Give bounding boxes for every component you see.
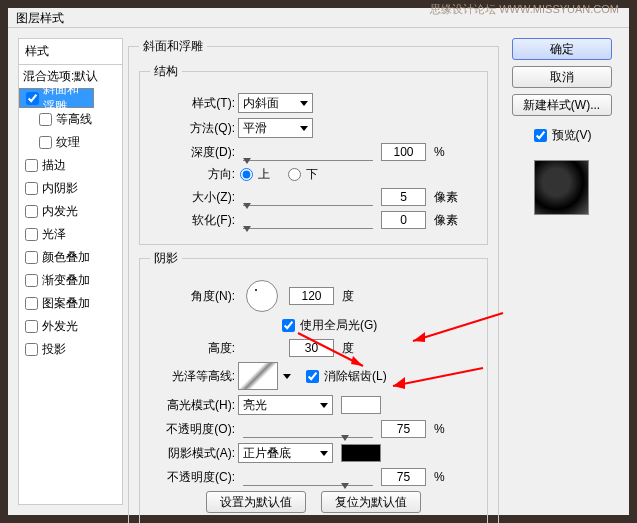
- altitude-input[interactable]: [289, 339, 334, 357]
- sidebar-item-innerglow[interactable]: 内发光: [19, 200, 122, 223]
- ok-button[interactable]: 确定: [512, 38, 612, 60]
- sidebar-item-patoverlay[interactable]: 图案叠加: [19, 292, 122, 315]
- angle-input[interactable]: [289, 287, 334, 305]
- cancel-button[interactable]: 取消: [512, 66, 612, 88]
- chevron-down-icon: [320, 451, 328, 456]
- contour-check[interactable]: [39, 113, 52, 126]
- bevel-fieldset: 斜面和浮雕 结构 样式(T):内斜面 方法(Q):平滑 深度(D):% 方向:上…: [128, 38, 499, 523]
- px-unit2: 像素: [434, 212, 458, 229]
- sidebar-item-contour[interactable]: 等高线: [19, 108, 122, 131]
- pct-unit2: %: [434, 422, 445, 436]
- innerglow-check[interactable]: [25, 205, 38, 218]
- innershadow-check[interactable]: [25, 182, 38, 195]
- pct-unit: %: [434, 145, 445, 159]
- styles-sidebar: 样式 混合选项:默认 斜面和浮雕 等高线 纹理 描边 内阴影 内发光 光泽 颜色…: [18, 38, 123, 505]
- sidebar-item-outerglow[interactable]: 外发光: [19, 315, 122, 338]
- chevron-down-icon[interactable]: [283, 374, 291, 379]
- soften-input[interactable]: [381, 211, 426, 229]
- dropshadow-check[interactable]: [25, 343, 38, 356]
- stroke-check[interactable]: [25, 159, 38, 172]
- global-light-check[interactable]: [282, 319, 295, 332]
- soften-label: 软化(F):: [150, 212, 235, 229]
- make-default-button[interactable]: 设置为默认值: [206, 491, 306, 513]
- shadow-opacity-input[interactable]: [381, 468, 426, 486]
- sidebar-item-bevel[interactable]: 斜面和浮雕: [19, 88, 94, 108]
- style-select[interactable]: 内斜面: [238, 93, 313, 113]
- shadowmode-label: 阴影模式(A):: [150, 445, 235, 462]
- sidebar-item-stroke[interactable]: 描边: [19, 154, 122, 177]
- direction-label: 方向:: [150, 166, 235, 183]
- highlight-color[interactable]: [341, 396, 381, 414]
- antialias-check[interactable]: [306, 370, 319, 383]
- newstyle-button[interactable]: 新建样式(W)...: [512, 94, 612, 116]
- depth-slider[interactable]: [243, 143, 373, 161]
- technique-select[interactable]: 平滑: [238, 118, 313, 138]
- texture-check[interactable]: [39, 136, 52, 149]
- sidebar-item-satin[interactable]: 光泽: [19, 223, 122, 246]
- hilite-opacity-slider[interactable]: [243, 420, 373, 438]
- angle-control[interactable]: [246, 280, 278, 312]
- structure-fieldset: 结构 样式(T):内斜面 方法(Q):平滑 深度(D):% 方向:上下 大小(Z…: [139, 63, 488, 245]
- pct-unit3: %: [434, 470, 445, 484]
- gloss-label: 光泽等高线:: [150, 368, 235, 385]
- dir-up-radio[interactable]: [240, 168, 253, 181]
- deg-unit2: 度: [342, 340, 354, 357]
- highlight-select[interactable]: 亮光: [238, 395, 333, 415]
- sidebar-head: 样式: [19, 39, 122, 65]
- sidebar-item-texture[interactable]: 纹理: [19, 131, 122, 154]
- style-label: 样式(T):: [150, 95, 235, 112]
- sidebar-item-gradoverlay[interactable]: 渐变叠加: [19, 269, 122, 292]
- opacity-label: 不透明度(O):: [150, 421, 235, 438]
- size-slider[interactable]: [243, 188, 373, 206]
- window-title: 图层样式: [16, 11, 64, 25]
- gradoverlay-check[interactable]: [25, 274, 38, 287]
- highlight-label: 高光模式(H):: [150, 397, 235, 414]
- technique-label: 方法(Q):: [150, 120, 235, 137]
- bevel-check[interactable]: [26, 92, 39, 105]
- shadow-fieldset: 阴影 角度(N):度 使用全局光(G) 高度:度 光泽等高线:消除锯齿(L) 高…: [139, 250, 488, 523]
- bevel-legend: 斜面和浮雕: [139, 38, 207, 55]
- preview-check[interactable]: [534, 129, 547, 142]
- depth-label: 深度(D):: [150, 144, 235, 161]
- gloss-contour[interactable]: [238, 362, 278, 390]
- reset-default-button[interactable]: 复位为默认值: [321, 491, 421, 513]
- shadowmode-select[interactable]: 正片叠底: [238, 443, 333, 463]
- chevron-down-icon: [320, 403, 328, 408]
- preview-thumbnail: [534, 160, 589, 215]
- altitude-label: 高度:: [150, 340, 235, 357]
- size-input[interactable]: [381, 188, 426, 206]
- deg-unit: 度: [342, 288, 354, 305]
- sidebar-item-dropshadow[interactable]: 投影: [19, 338, 122, 361]
- px-unit: 像素: [434, 189, 458, 206]
- satin-check[interactable]: [25, 228, 38, 241]
- sidebar-item-coloroverlay[interactable]: 颜色叠加: [19, 246, 122, 269]
- chevron-down-icon: [300, 101, 308, 106]
- opacity2-label: 不透明度(C):: [150, 469, 235, 486]
- hilite-opacity-input[interactable]: [381, 420, 426, 438]
- dir-down-radio[interactable]: [288, 168, 301, 181]
- angle-label: 角度(N):: [150, 288, 235, 305]
- shadow-color[interactable]: [341, 444, 381, 462]
- watermark: 思缘设计论坛 WWW.MISSYUAN.COM: [430, 2, 619, 17]
- sidebar-item-innershadow[interactable]: 内阴影: [19, 177, 122, 200]
- chevron-down-icon: [300, 126, 308, 131]
- size-label: 大小(Z):: [150, 189, 235, 206]
- soften-slider[interactable]: [243, 211, 373, 229]
- shadow-legend: 阴影: [150, 250, 182, 267]
- shadow-opacity-slider[interactable]: [243, 468, 373, 486]
- depth-input[interactable]: [381, 143, 426, 161]
- structure-legend: 结构: [150, 63, 182, 80]
- patoverlay-check[interactable]: [25, 297, 38, 310]
- coloroverlay-check[interactable]: [25, 251, 38, 264]
- outerglow-check[interactable]: [25, 320, 38, 333]
